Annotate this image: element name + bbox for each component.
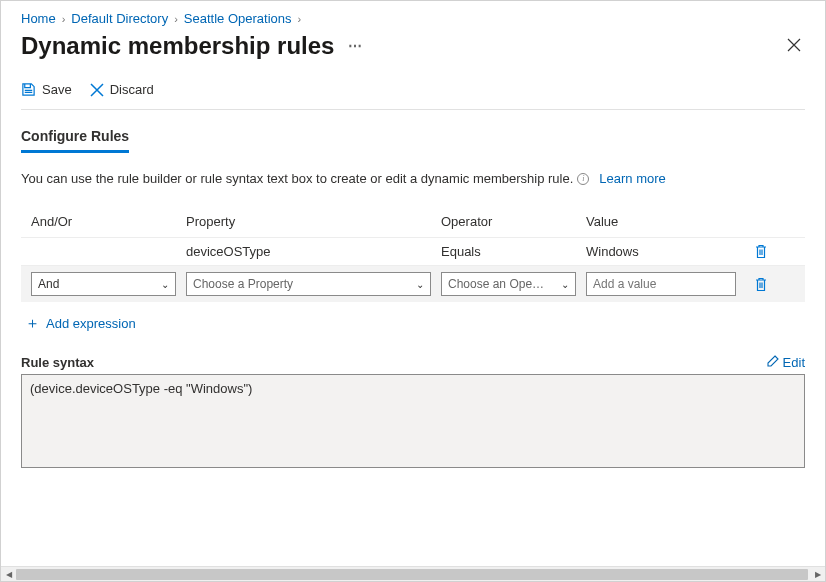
header-andor: And/Or bbox=[31, 214, 186, 229]
rule-syntax-textarea[interactable] bbox=[21, 374, 805, 468]
chevron-down-icon: ⌄ bbox=[161, 279, 169, 290]
page-title: Dynamic membership rules ⋯ bbox=[21, 32, 363, 60]
cell-operator: Equals bbox=[441, 244, 586, 259]
tab-configure-rules[interactable]: Configure Rules bbox=[21, 128, 129, 153]
save-icon bbox=[21, 82, 36, 97]
horizontal-scrollbar[interactable]: ◀ ▶ bbox=[1, 566, 825, 581]
delete-icon[interactable] bbox=[746, 244, 776, 259]
table-row-editing: And ⌄ Choose a Property ⌄ Choose an Ope…… bbox=[21, 265, 805, 302]
breadcrumb-group[interactable]: Seattle Operations bbox=[184, 11, 292, 26]
chevron-down-icon: ⌄ bbox=[416, 279, 424, 290]
chevron-right-icon: › bbox=[298, 13, 302, 25]
chevron-right-icon: › bbox=[62, 13, 66, 25]
scroll-left-icon[interactable]: ◀ bbox=[1, 567, 16, 582]
cell-property: deviceOSType bbox=[186, 244, 441, 259]
discard-icon bbox=[90, 83, 104, 97]
learn-more-link[interactable]: Learn more bbox=[599, 171, 665, 186]
rules-table: And/Or Property Operator Value deviceOST… bbox=[21, 206, 805, 302]
breadcrumb-directory[interactable]: Default Directory bbox=[71, 11, 168, 26]
value-input[interactable] bbox=[586, 272, 736, 296]
help-text: You can use the rule builder or rule syn… bbox=[21, 171, 805, 186]
chevron-down-icon: ⌄ bbox=[561, 279, 569, 290]
table-row: deviceOSType Equals Windows bbox=[21, 237, 805, 265]
add-expression-button[interactable]: ＋ Add expression bbox=[25, 314, 805, 333]
pencil-icon bbox=[767, 355, 779, 370]
property-select[interactable]: Choose a Property ⌄ bbox=[186, 272, 431, 296]
toolbar: Save Discard bbox=[21, 82, 805, 110]
more-actions-icon[interactable]: ⋯ bbox=[348, 38, 363, 54]
header-value: Value bbox=[586, 214, 746, 229]
header-property: Property bbox=[186, 214, 441, 229]
discard-button[interactable]: Discard bbox=[90, 82, 154, 97]
save-button[interactable]: Save bbox=[21, 82, 72, 97]
rule-syntax-label: Rule syntax bbox=[21, 355, 94, 370]
close-icon[interactable] bbox=[783, 34, 805, 59]
breadcrumb-home[interactable]: Home bbox=[21, 11, 56, 26]
breadcrumb: Home › Default Directory › Seattle Opera… bbox=[21, 9, 805, 26]
operator-select[interactable]: Choose an Ope… ⌄ bbox=[441, 272, 576, 296]
delete-icon[interactable] bbox=[746, 277, 776, 292]
chevron-right-icon: › bbox=[174, 13, 178, 25]
andor-select[interactable]: And ⌄ bbox=[31, 272, 176, 296]
header-operator: Operator bbox=[441, 214, 586, 229]
edit-syntax-button[interactable]: Edit bbox=[767, 355, 805, 370]
plus-icon: ＋ bbox=[25, 314, 40, 333]
scroll-right-icon[interactable]: ▶ bbox=[810, 567, 825, 582]
table-header: And/Or Property Operator Value bbox=[21, 206, 805, 237]
cell-value: Windows bbox=[586, 244, 746, 259]
info-icon[interactable]: i bbox=[577, 173, 589, 185]
